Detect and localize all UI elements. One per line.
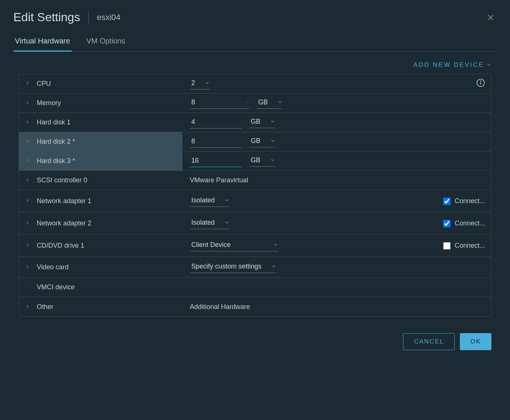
- chevron-down-icon: [224, 198, 230, 203]
- chevron-down-icon: [270, 138, 275, 143]
- chevron-down-icon: [270, 157, 275, 163]
- chevron-right-icon: [25, 264, 30, 269]
- hd3-unit-select[interactable]: GB: [249, 156, 275, 167]
- video-select[interactable]: Specify custom settings: [190, 262, 276, 273]
- chevron-right-icon: [25, 158, 30, 163]
- hd3-label: Hard disk 3 *: [37, 157, 75, 165]
- row-network-adapter-2: Network adapter 2 Isolated Connect...: [19, 212, 491, 235]
- cpu-select[interactable]: 2: [190, 78, 210, 89]
- cd-select[interactable]: Client Device: [190, 240, 278, 251]
- scsi-value: VMware Paravirtual: [190, 176, 248, 184]
- scsi-label: SCSI controller 0: [37, 176, 87, 184]
- row-video-card: Video card Specify custom settings: [19, 257, 491, 278]
- chevron-down-icon: [270, 119, 275, 124]
- cd-value: Client Device: [190, 240, 273, 250]
- net1-label: Network adapter 1: [37, 197, 91, 205]
- dialog-footer: CANCEL OK: [13, 317, 497, 350]
- edit-settings-dialog: Edit Settings esxi04 Virtual Hardware VM…: [0, 0, 510, 420]
- svg-point-2: [480, 81, 481, 81]
- net2-value: Isolated: [190, 218, 224, 227]
- other-value: Additional Hardware: [190, 303, 250, 311]
- hd2-label: Hard disk 2 *: [37, 138, 75, 146]
- chevron-right-icon: [25, 220, 30, 225]
- chevron-right-icon: [25, 119, 30, 124]
- chevron-right-icon: [25, 242, 30, 248]
- hd2-unit-select[interactable]: GB: [249, 136, 275, 147]
- dialog-header: Edit Settings esxi04: [13, 0, 497, 33]
- cd-connect-checkbox[interactable]: [443, 242, 451, 250]
- tab-virtual-hardware[interactable]: Virtual Hardware: [13, 33, 72, 52]
- row-network-adapter-1: Network adapter 1 Isolated Connect...: [19, 190, 491, 212]
- chevron-down-icon: [271, 264, 276, 269]
- row-cd-dvd-drive-1: CD/DVD drive 1 Client Device Connect...: [19, 235, 491, 257]
- cd-connect-label: Connect...: [455, 242, 485, 250]
- chevron-down-icon: [277, 100, 283, 105]
- video-value: Specify custom settings: [190, 262, 271, 271]
- expand-cd[interactable]: [25, 242, 30, 250]
- expand-video[interactable]: [25, 263, 30, 271]
- hd3-size-input[interactable]: [190, 155, 242, 167]
- chevron-right-icon: [25, 100, 30, 105]
- expand-net1[interactable]: [25, 197, 30, 205]
- hd1-unit-select[interactable]: GB: [249, 117, 275, 128]
- ok-button[interactable]: OK: [460, 333, 491, 350]
- add-new-device-button[interactable]: ADD NEW DEVICE: [413, 61, 491, 69]
- add-new-device-label: ADD NEW DEVICE: [413, 61, 484, 69]
- net2-label: Network adapter 2: [37, 219, 91, 227]
- info-icon: [476, 78, 485, 87]
- expand-hd2[interactable]: [25, 138, 30, 146]
- row-memory: Memory 8 GB: [19, 94, 491, 113]
- hd3-unit: GB: [249, 156, 270, 165]
- memory-unit-select[interactable]: GB: [257, 98, 283, 109]
- net1-connect-checkbox[interactable]: [443, 198, 451, 205]
- chevron-down-icon: [224, 220, 230, 225]
- row-vmci-device: VMCI device: [19, 278, 491, 297]
- memory-unit: GB: [257, 98, 277, 107]
- chevron-down-icon: [273, 242, 278, 247]
- cpu-label: CPU: [37, 80, 51, 88]
- chevron-right-icon: [25, 139, 30, 144]
- row-hard-disk-1: Hard disk 1 GB: [19, 113, 491, 132]
- row-other: Other Additional Hardware: [19, 297, 491, 316]
- net2-connect-checkbox[interactable]: [443, 220, 451, 227]
- expand-hd1[interactable]: [25, 118, 30, 126]
- net1-connect-label: Connect...: [455, 197, 485, 205]
- toolbar: ADD NEW DEVICE: [13, 52, 497, 74]
- vmci-label: VMCI device: [37, 283, 75, 291]
- memory-label: Memory: [37, 99, 61, 107]
- info-button[interactable]: [476, 78, 485, 89]
- vm-name: esxi04: [97, 13, 121, 22]
- cancel-button[interactable]: CANCEL: [403, 333, 455, 350]
- net2-select[interactable]: Isolated: [190, 218, 230, 229]
- expand-cpu[interactable]: [25, 80, 30, 88]
- row-hard-disk-3: Hard disk 3 * GB: [19, 152, 491, 171]
- hd1-size-input[interactable]: [190, 117, 242, 128]
- expand-net2[interactable]: [25, 219, 30, 227]
- memory-value: 8: [190, 98, 244, 107]
- row-cpu: CPU 2: [19, 74, 491, 94]
- dialog-title: Edit Settings: [13, 10, 80, 24]
- hardware-panel: CPU 2 Memory: [19, 74, 491, 317]
- expand-scsi[interactable]: [25, 176, 30, 184]
- memory-value-field[interactable]: 8: [190, 98, 249, 109]
- hd1-label: Hard disk 1: [37, 118, 71, 126]
- close-icon: [486, 13, 495, 22]
- hd2-size-input[interactable]: [190, 136, 242, 148]
- close-button[interactable]: [485, 12, 497, 23]
- video-label: Video card: [37, 263, 69, 271]
- hd2-unit: GB: [249, 136, 270, 146]
- chevron-right-icon: [25, 198, 30, 203]
- chevron-down-icon: [244, 100, 249, 105]
- cpu-value: 2: [190, 78, 205, 88]
- net1-value: Isolated: [190, 196, 224, 205]
- tab-vm-options[interactable]: VM Options: [85, 33, 127, 51]
- expand-hd3[interactable]: [25, 157, 30, 165]
- chevron-down-icon: [205, 80, 210, 85]
- expand-memory[interactable]: [25, 99, 30, 107]
- chevron-right-icon: [25, 304, 30, 309]
- net1-select[interactable]: Isolated: [190, 196, 230, 207]
- tabs: Virtual Hardware VM Options: [13, 33, 497, 52]
- hd1-unit: GB: [249, 117, 270, 126]
- title-divider: [88, 11, 89, 24]
- expand-other[interactable]: [25, 303, 30, 311]
